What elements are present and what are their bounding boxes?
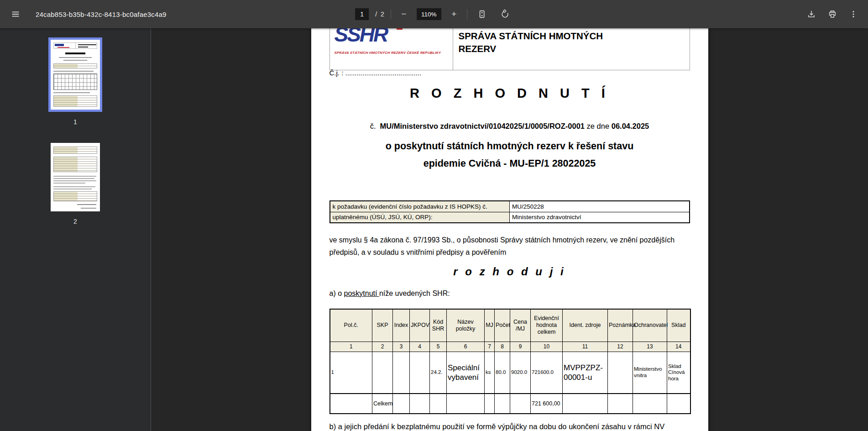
column-header: Sklad [667, 309, 690, 342]
menu-button[interactable] [7, 6, 24, 22]
total-label: Celkem [372, 394, 393, 414]
info-value: Ministerstvo zdravotnictví [510, 212, 690, 223]
info-label: uplatněnému (ÚSÚ, JSÚ, KÚ, ORP): [330, 212, 510, 223]
decision-number: MU/Ministerstvo zdravotnictví/01042025/1… [380, 122, 585, 130]
document-subtitle-line1: o poskytnutí státních hmotných rezerv k … [311, 141, 708, 152]
more-options-button[interactable] [845, 6, 862, 22]
cell-empty [633, 394, 667, 414]
cell-empty [330, 394, 372, 414]
zoom-out-button[interactable]: − [397, 8, 410, 21]
toolbar-divider [391, 9, 391, 19]
page-number-input[interactable] [355, 8, 369, 20]
page-count: / 2 [375, 11, 384, 18]
table-row: 1 24.2. Speciální vybavení ks 80.0 9020.… [330, 352, 690, 394]
zoom-level-display[interactable]: 110% [417, 8, 441, 20]
document-viewport[interactable]: SSHR SPRÁVA STÁTNÍCH HMOTNÝCH REZERV ČES… [151, 28, 868, 431]
column-number: 2 [372, 342, 393, 352]
info-label: k požadavku (evidenční číslo požadavku z… [330, 201, 510, 212]
cell-empty [447, 394, 485, 414]
sshr-logo-subtext: SPRÁVA STÁTNÍCH HMOTNÝCH REZERV ČESKÉ RE… [335, 51, 441, 55]
item-a-rest: níže uvedených SHR: [379, 289, 450, 297]
thumbnail-page-1-preview [51, 40, 100, 110]
column-number: 10 [531, 342, 563, 352]
column-number: 14 [667, 342, 690, 352]
decision-word: r o z h o d u j i [311, 265, 708, 278]
cell-empty [608, 394, 633, 414]
hamburger-icon [10, 9, 21, 19]
pdf-toolbar: 24cab853-b35b-432c-8413-bc0afae3c4a9 / 2… [0, 0, 868, 28]
column-number: 6 [447, 342, 485, 352]
fit-page-icon [477, 9, 487, 19]
column-header: Kód SHR [430, 309, 447, 342]
column-header: Index [393, 309, 410, 342]
sshr-logo: SSHR [335, 28, 387, 45]
thumbnail-label-1: 1 [73, 118, 77, 126]
cell-ident-zdroje: MVPPZPZ-00001-u [563, 352, 608, 394]
total-value: 721 600,00 [531, 394, 563, 414]
cell-index [393, 352, 410, 394]
item-a-underlined: poskytnutí [344, 289, 379, 297]
column-number: 9 [510, 342, 531, 352]
thumbnail-page-2-preview [51, 143, 100, 211]
thumbnail-sidebar[interactable]: 1 2 [0, 28, 151, 431]
cell-empty [563, 394, 608, 414]
zoom-in-button[interactable]: + [448, 8, 460, 21]
item-a-prefix: a) o [329, 289, 344, 297]
info-value: MU/250228 [510, 201, 690, 212]
sshr-logo-red-accent [397, 28, 403, 30]
cell-polc: 1 [330, 352, 372, 394]
rotate-button[interactable] [497, 6, 513, 22]
column-number: 5 [430, 342, 447, 352]
column-header: Pol.č. [330, 309, 372, 342]
shr-items-table: Pol.č. SKP Index JKPOV Kód SHR Název pol… [329, 309, 691, 414]
download-button[interactable] [803, 6, 820, 22]
column-header: Počet [495, 309, 510, 342]
document-title: R O Z H O D N U T Í [311, 86, 708, 101]
page-thumbnail-1[interactable]: 1 [48, 37, 102, 137]
cell-cena-mj: 9020.0 [510, 352, 531, 394]
page-separator: / [375, 11, 377, 18]
document-page-1: SSHR SPRÁVA STÁTNÍCH HMOTNÝCH REZERV ČES… [311, 28, 708, 431]
column-number: 7 [485, 342, 495, 352]
cell-empty [485, 394, 495, 414]
thumbnail-label-2: 2 [73, 218, 77, 225]
cell-empty [410, 394, 430, 414]
item-b-line: b) a jejich předání k bezplatnému použit… [329, 422, 699, 431]
cell-sklad: Sklad Cínová hora [667, 352, 690, 394]
number-middle: ze dne [587, 122, 610, 130]
column-header: Název položky [447, 309, 485, 342]
column-number-row: 1 2 3 4 5 6 7 8 9 10 11 12 13 14 [330, 342, 690, 352]
item-a-line: a) o poskytnutí níže uvedených SHR: [329, 289, 450, 298]
cell-pocet: 80.0 [495, 352, 510, 394]
cell-poznamka [608, 352, 633, 394]
document-subtitle-line2: epidemie Cvičná - MU-EP/1 28022025 [311, 158, 708, 169]
column-header: Evidenční hodnota celkem [531, 309, 563, 342]
cell-kod-shr: 24.2. [430, 352, 447, 394]
cell-nazev-polozky: Speciální vybavení [447, 352, 485, 394]
page-thumbnail-2[interactable]: 2 [51, 143, 100, 237]
cell-empty [393, 394, 410, 414]
print-icon [827, 9, 837, 19]
cell-ochranovatel: Ministerstvo vnitra [633, 352, 667, 394]
rotate-counterclockwise-icon [500, 9, 510, 19]
table-total-row: Celkem 721 600,00 [330, 394, 690, 414]
column-number: 1 [330, 342, 372, 352]
download-icon [806, 9, 816, 19]
table-row: k požadavku (evidenční číslo požadavku z… [330, 201, 690, 212]
toolbar-divider [467, 9, 467, 19]
decision-date: 06.04.2025 [612, 122, 649, 130]
cell-empty [495, 394, 510, 414]
fit-to-page-button[interactable] [474, 6, 490, 22]
column-number: 8 [495, 342, 510, 352]
column-header: Ident. zdroje [563, 309, 608, 342]
organization-name-line1: SPRÁVA STÁTNÍCH HMOTNÝCH [459, 30, 690, 42]
column-number: 3 [393, 342, 410, 352]
column-header: Ochranovatel [633, 309, 667, 342]
table-row: uplatněnému (ÚSÚ, JSÚ, KÚ, ORP): Ministe… [330, 212, 690, 223]
cell-evidencni-hodnota: 721600.0 [531, 352, 563, 394]
column-number: 11 [563, 342, 608, 352]
column-number: 4 [410, 342, 430, 352]
page-total-label: 2 [381, 11, 384, 18]
print-button[interactable] [824, 6, 841, 22]
logo-cell: SSHR SPRÁVA STÁTNÍCH HMOTNÝCH REZERV ČES… [330, 28, 453, 70]
